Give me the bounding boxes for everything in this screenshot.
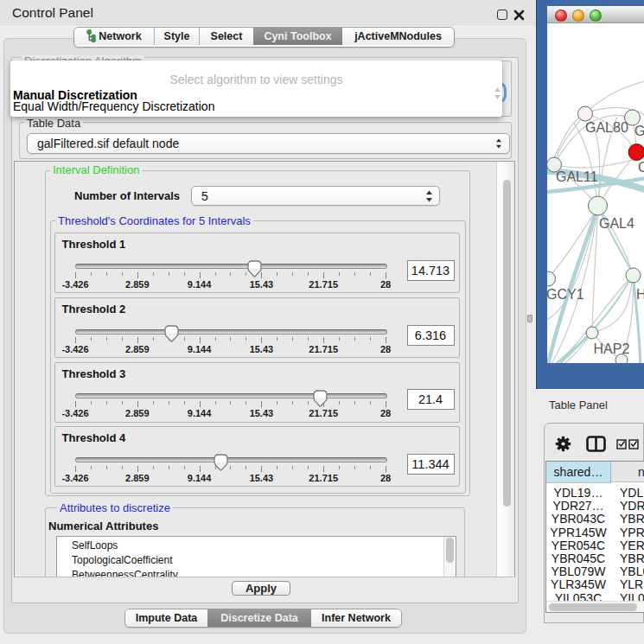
svg-text:GAL4: GAL4	[599, 216, 634, 231]
svg-text:GA: GA	[634, 124, 644, 138]
svg-text:C: C	[638, 160, 644, 175]
svg-text:H: H	[636, 287, 644, 302]
svg-text:GAL11: GAL11	[556, 169, 598, 184]
svg-text:GCY1: GCY1	[547, 287, 584, 302]
svg-text:GAL80: GAL80	[585, 120, 628, 135]
svg-text:HAP2: HAP2	[593, 341, 629, 356]
